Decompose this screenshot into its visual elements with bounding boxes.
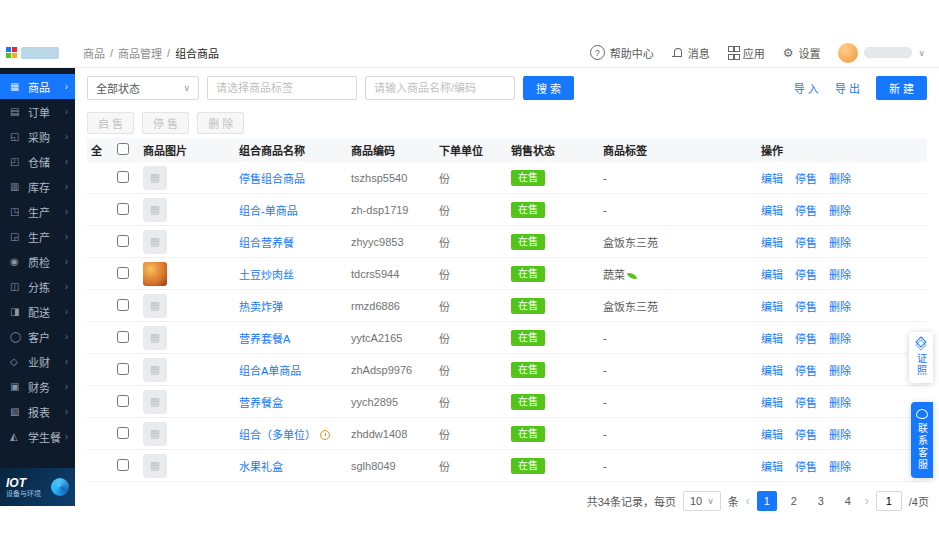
product-name-link[interactable]: 营养餐盒 <box>239 397 283 409</box>
edit-link[interactable]: 编辑 <box>761 266 783 282</box>
delete-link[interactable]: 删除 <box>829 458 851 474</box>
user-name-redacted <box>864 47 912 58</box>
stop-sale-link[interactable]: 停售 <box>795 394 817 410</box>
sidebar-item-inventory[interactable]: 库存 › <box>0 174 75 199</box>
delete-link[interactable]: 删除 <box>829 234 851 250</box>
page-button[interactable]: 4 <box>838 491 858 511</box>
row-checkbox[interactable] <box>117 203 129 215</box>
product-name-link[interactable]: 营养套餐A <box>239 333 290 345</box>
select-all-checkbox[interactable] <box>117 143 129 155</box>
row-checkbox[interactable] <box>117 171 129 183</box>
page-jump-input[interactable] <box>876 491 902 511</box>
help-center-button[interactable]: 帮助中心 <box>590 45 654 61</box>
edit-link[interactable]: 编辑 <box>761 298 783 314</box>
edit-link[interactable]: 编辑 <box>761 170 783 186</box>
sidebar-item-warehouse[interactable]: 仓储 › <box>0 149 75 174</box>
delete-link[interactable]: 删除 <box>829 394 851 410</box>
delete-link[interactable]: 删除 <box>829 298 851 314</box>
sidebar-item-purchase[interactable]: 采购 › <box>0 124 75 149</box>
stop-sale-link[interactable]: 停售 <box>795 458 817 474</box>
delete-link[interactable]: 删除 <box>829 202 851 218</box>
sidebar-item-production-1[interactable]: 生产 › <box>0 199 75 224</box>
status-select[interactable]: 全部状态 <box>87 76 199 100</box>
row-checkbox[interactable] <box>117 267 129 279</box>
product-name-link[interactable]: 土豆炒肉丝 <box>239 269 294 281</box>
sidebar-item-business-finance[interactable]: 业财 › <box>0 349 75 374</box>
product-name-link[interactable]: 组合（多单位） <box>239 429 316 441</box>
stop-sale-link[interactable]: 停售 <box>795 266 817 282</box>
product-name-link[interactable]: 组合A单商品 <box>239 365 301 377</box>
row-checkbox[interactable] <box>117 427 129 439</box>
sidebar-item-orders[interactable]: 订单 › <box>0 99 75 124</box>
edit-link[interactable]: 编辑 <box>761 458 783 474</box>
delete-link[interactable]: 删除 <box>829 170 851 186</box>
page-size-select[interactable]: 10 <box>683 491 721 511</box>
sidebar-item-production-2[interactable]: 生产 › <box>0 224 75 249</box>
apps-button[interactable]: 应用 <box>728 45 765 61</box>
bulk-stop-sale-button[interactable]: 停 售 <box>142 112 189 134</box>
row-checkbox[interactable] <box>117 363 129 375</box>
bulk-delete-button[interactable]: 删 除 <box>197 112 244 134</box>
iot-panel[interactable]: IOT 设备与环境 <box>0 468 75 506</box>
page-button[interactable]: 1 <box>757 491 777 511</box>
edit-link[interactable]: 编辑 <box>761 426 783 442</box>
sidebar-item-delivery[interactable]: 配送 › <box>0 299 75 324</box>
app-logo[interactable] <box>0 47 75 59</box>
stop-sale-link[interactable]: 停售 <box>795 426 817 442</box>
sidebar-item-label: 库存 <box>28 179 50 195</box>
product-name-link[interactable]: 水果礼盒 <box>239 461 283 473</box>
settings-button[interactable]: 设置 <box>783 45 821 61</box>
create-button[interactable]: 新 建 <box>876 76 927 100</box>
keyword-input[interactable] <box>365 76 515 100</box>
delete-link[interactable]: 删除 <box>829 330 851 346</box>
row-actions-cell: 编辑 停售 删除 <box>757 170 927 186</box>
prev-page-button[interactable]: ‹ <box>746 494 750 508</box>
page-button[interactable]: 3 <box>811 491 831 511</box>
row-checkbox[interactable] <box>117 331 129 343</box>
page-button[interactable]: 2 <box>784 491 804 511</box>
edit-link[interactable]: 编辑 <box>761 202 783 218</box>
product-name-link[interactable]: 热卖炸弹 <box>239 301 283 313</box>
breadcrumb-item[interactable]: 商品管理 <box>118 45 162 61</box>
bulk-enable-sale-button[interactable]: 启 售 <box>87 112 134 134</box>
stop-sale-link[interactable]: 停售 <box>795 170 817 186</box>
edit-link[interactable]: 编辑 <box>761 234 783 250</box>
stop-sale-link[interactable]: 停售 <box>795 330 817 346</box>
page-size-suffix: 条 <box>728 493 739 509</box>
product-name-link[interactable]: 停售组合商品 <box>239 173 305 185</box>
product-image-placeholder <box>143 454 167 478</box>
delete-link[interactable]: 删除 <box>829 266 851 282</box>
next-page-button[interactable]: › <box>865 494 869 508</box>
licenses-widget[interactable]: 证照 <box>909 332 933 383</box>
stop-sale-link[interactable]: 停售 <box>795 234 817 250</box>
sidebar-item-finance[interactable]: 财务 › <box>0 374 75 399</box>
sidebar-item-sorting[interactable]: 分拣 › <box>0 274 75 299</box>
export-button[interactable]: 导 出 <box>835 80 860 96</box>
stop-sale-link[interactable]: 停售 <box>795 298 817 314</box>
edit-link[interactable]: 编辑 <box>761 362 783 378</box>
customer-service-widget[interactable]: 联系客服 <box>911 402 933 478</box>
sidebar-item-quality[interactable]: 质检 › <box>0 249 75 274</box>
sidebar-item-goods[interactable]: 商品 › <box>0 74 75 99</box>
sidebar-item-reports[interactable]: 报表 › <box>0 399 75 424</box>
sidebar-item-student-meals[interactable]: 学生餐 › <box>0 424 75 449</box>
tag-input[interactable] <box>207 76 357 100</box>
product-name-link[interactable]: 组合-单商品 <box>239 205 298 217</box>
delete-link[interactable]: 删除 <box>829 426 851 442</box>
search-button[interactable]: 搜 索 <box>523 76 574 100</box>
stop-sale-link[interactable]: 停售 <box>795 202 817 218</box>
stop-sale-link[interactable]: 停售 <box>795 362 817 378</box>
row-checkbox[interactable] <box>117 235 129 247</box>
breadcrumb-item[interactable]: 商品 <box>83 45 105 61</box>
messages-button[interactable]: 消息 <box>672 45 710 61</box>
user-menu[interactable] <box>838 43 925 63</box>
row-checkbox[interactable] <box>117 299 129 311</box>
sidebar-item-customers[interactable]: 客户 › <box>0 324 75 349</box>
edit-link[interactable]: 编辑 <box>761 330 783 346</box>
delete-link[interactable]: 删除 <box>829 362 851 378</box>
row-checkbox[interactable] <box>117 459 129 471</box>
row-checkbox[interactable] <box>117 395 129 407</box>
product-name-link[interactable]: 组合营养餐 <box>239 237 294 249</box>
import-button[interactable]: 导 入 <box>794 80 819 96</box>
edit-link[interactable]: 编辑 <box>761 394 783 410</box>
